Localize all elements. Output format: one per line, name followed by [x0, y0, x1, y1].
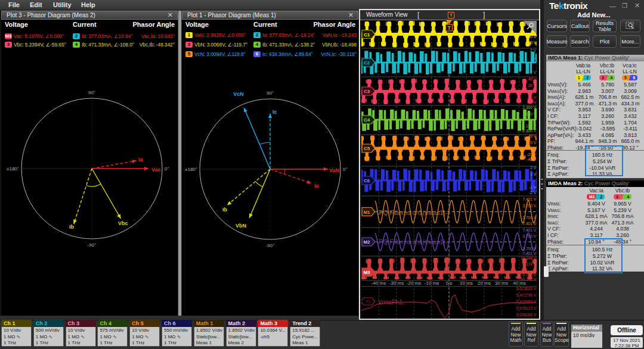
svg-text:-1.150 V: -1.150 V: [521, 124, 536, 128]
svg-text:-20 ms: -20 ms: [407, 281, 421, 286]
svg-text:0 s: 0 s: [446, 281, 453, 286]
svg-text:2.300 V: 2.300 V: [523, 105, 537, 110]
svg-text:-2 V: -2 V: [529, 191, 537, 195]
svg-text:VrmsPh1: VrmsPh1: [378, 299, 402, 306]
svg-text:M3: M3: [363, 270, 370, 275]
svg-text:-20 V: -20 V: [527, 152, 536, 157]
svg-text:T: T: [447, 25, 451, 31]
svg-text:C1: C1: [364, 32, 370, 38]
svg-text:Vac: Vac: [151, 167, 161, 173]
svg-text:-7.401 V: -7.401 V: [521, 251, 536, 255]
svg-text:-20 V: -20 V: [527, 95, 536, 99]
svg-text:-2 V: -2 V: [529, 70, 537, 74]
svg-text:5.296286 V: 5.296286 V: [516, 313, 537, 317]
svg-text:0°: 0°: [343, 167, 348, 172]
svg-text:-30 ms: -30 ms: [389, 281, 404, 286]
svg-text:Ib: Ib: [222, 207, 228, 213]
svg-text:7.401 V: 7.401 V: [523, 228, 537, 232]
svg-text:40 V: 40 V: [528, 77, 537, 81]
svg-text:1.150 V: 1.150 V: [523, 112, 537, 116]
svg-text:20 ms: 20 ms: [478, 281, 491, 286]
svg-text:Ia: Ia: [314, 183, 320, 189]
svg-text:1 V: 1 V: [530, 56, 536, 60]
svg-text:-5.174 V: -5.174 V: [521, 273, 536, 277]
svg-text:-10 ms: -10 ms: [425, 281, 439, 286]
svg-text:-40 V: -40 V: [527, 40, 536, 45]
svg-text:5.439959 V: 5.439959 V: [516, 300, 537, 304]
svg-text:3.700 V: 3.700 V: [523, 234, 537, 238]
svg-text:90°: 90°: [88, 90, 95, 95]
svg-text:-PQ:Filtered ch1(meas1)-: -PQ:Filtered ch1(meas1)-: [377, 209, 448, 216]
svg-text:1 V: 1 V: [530, 172, 536, 176]
svg-text:90°: 90°: [267, 91, 274, 96]
svg-text:-20 V: -20 V: [527, 35, 536, 39]
svg-text:2 V: 2 V: [530, 166, 536, 170]
svg-text:-2.300 V: -2.300 V: [521, 129, 536, 133]
svg-text:C2: C2: [364, 60, 370, 66]
svg-text:-PQ:Filtered ch1(meas1)-: -PQ:Filtered ch1(meas1)-: [377, 238, 448, 245]
svg-text:VbN: VbN: [236, 223, 246, 229]
svg-text:7.401 V: 7.401 V: [523, 197, 537, 201]
svg-text:3.700 V: 3.700 V: [523, 204, 537, 208]
svg-text:10 ms: 10 ms: [460, 281, 473, 286]
svg-text:20 V: 20 V: [528, 141, 537, 145]
svg-text:10.348 V: 10.348 V: [521, 256, 537, 260]
svg-text:2 V: 2 V: [530, 48, 536, 52]
svg-text:C3: C3: [364, 89, 370, 94]
svg-text:30 ms: 30 ms: [495, 281, 508, 286]
svg-text:-90°: -90°: [88, 242, 97, 248]
svg-text:5.478123 V: 5.478123 V: [516, 306, 537, 310]
svg-text:-7.401 V: -7.401 V: [521, 222, 536, 226]
svg-text:-40 V: -40 V: [527, 100, 536, 104]
svg-text:T1: T1: [366, 300, 370, 304]
svg-text:-3.700 V: -3.700 V: [521, 216, 536, 220]
svg-text:20 V: 20 V: [528, 83, 537, 88]
svg-text:Ia: Ia: [138, 157, 144, 163]
svg-text:5.401796 V: 5.401796 V: [516, 293, 537, 297]
svg-text:±180°: ±180°: [185, 167, 197, 172]
svg-text:C4: C4: [364, 117, 370, 123]
svg-text:Ib: Ib: [69, 224, 75, 230]
svg-text:40 V: 40 V: [528, 134, 537, 138]
svg-text:-1 V: -1 V: [529, 185, 537, 189]
svg-text:M2: M2: [363, 239, 370, 245]
svg-text:5.174 V: 5.174 V: [523, 262, 537, 266]
svg-text:VcN: VcN: [233, 91, 244, 97]
svg-text:-90°: -90°: [266, 243, 275, 248]
svg-text:Vbc: Vbc: [118, 220, 128, 226]
svg-text:-3.700 V: -3.700 V: [521, 247, 536, 251]
svg-text:VaN: VaN: [329, 167, 339, 173]
svg-text:-10.348 V: -10.348 V: [519, 277, 537, 281]
svg-text:40 ms: 40 ms: [513, 281, 526, 286]
svg-text:-40 ms: -40 ms: [371, 281, 386, 286]
svg-text:5.513633 V: 5.513633 V: [516, 286, 537, 291]
svg-text:Ic: Ic: [273, 109, 277, 115]
svg-text:±180°: ±180°: [7, 166, 19, 172]
svg-text:C5: C5: [364, 146, 370, 151]
svg-text:-40 V: -40 V: [527, 157, 536, 161]
svg-text:M1: M1: [363, 210, 370, 215]
svg-text:0°: 0°: [165, 166, 169, 172]
svg-text:C6: C6: [364, 178, 370, 183]
